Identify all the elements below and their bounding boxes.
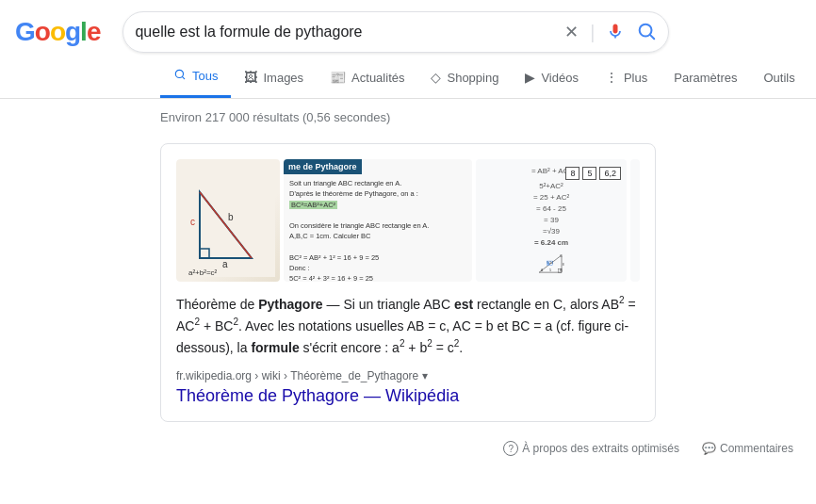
tab-actualites-label: Actualités [351, 71, 404, 85]
shopping-icon: ◇ [431, 70, 441, 85]
mic-icon[interactable] [606, 22, 625, 43]
about-extraits-text: À propos des extraits optimisés [522, 442, 679, 455]
eq-triangle-svg: 5 8 6,24 A B C 8 [514, 253, 589, 274]
separator: | [590, 22, 595, 43]
images-icon: 🖼 [244, 70, 257, 85]
tab-plus[interactable]: ⋮ Plus [592, 58, 661, 96]
snippet-image-4[interactable]: α cos α sin α 1 1 1 [630, 159, 640, 282]
comments-icon: 💬 [702, 442, 716, 455]
search-bar: ✕ | [122, 11, 669, 53]
logo-letter-g: G [15, 17, 35, 47]
logo-letter-g2: g [65, 17, 80, 47]
source-arrow[interactable]: ▾ [422, 369, 428, 382]
svg-text:a: a [222, 259, 228, 269]
eq6: =√39 [543, 227, 560, 236]
tab-actualites[interactable]: 📰 Actualités [317, 58, 417, 96]
snippet-text-1: Théorème de Pythagore — Si un triangle A… [176, 297, 636, 355]
comments-item[interactable]: 💬 Commentaires [702, 442, 793, 455]
results-count: Environ 217 000 résultats (0,56 secondes… [160, 110, 390, 124]
svg-text:C: C [560, 254, 563, 258]
trig-svg: α cos α sin α 1 1 1 [635, 164, 640, 277]
tab-parametres[interactable]: Paramètres [661, 59, 750, 96]
img2-header: me de Pythagore [284, 159, 362, 174]
eq4: = 64 - 25 [536, 204, 566, 213]
eq2: 5²+AC² [539, 182, 563, 190]
eq7: = 6.24 cm [534, 238, 568, 247]
tous-search-icon [173, 68, 187, 84]
logo-letter-l: l [80, 17, 87, 47]
triangle-svg: c b a a²+b²=c² [181, 164, 275, 277]
highlight-formula: BC²=AB²+AC² [289, 201, 337, 209]
featured-snippet-card: c b a a²+b²=c² me de Pythagore Soit un t… [160, 143, 656, 422]
tab-shopping-label: Shopping [447, 71, 498, 85]
svg-text:5: 5 [549, 268, 551, 272]
snippet-wikipedia-link[interactable]: Théorème de Pythagore — Wikipédia [176, 386, 459, 405]
logo-letter-o1: o [35, 17, 50, 47]
svg-text:c: c [190, 217, 195, 227]
comments-text: Commentaires [720, 442, 793, 455]
page-footer: ? À propos des extraits optimisés 💬 Comm… [0, 430, 816, 467]
snippet-text: Théorème de Pythagore — Si un triangle A… [176, 293, 640, 358]
svg-text:a²+b²=c²: a²+b²=c² [188, 268, 218, 277]
videos-icon: ▶ [525, 70, 535, 85]
svg-rect-22 [635, 164, 640, 277]
header: Google ✕ | [0, 0, 816, 53]
tab-videos-label: Vidéos [541, 71, 579, 85]
tab-tous[interactable]: Tous [160, 57, 231, 98]
snippet-image-3[interactable]: = AB² + AC² 5²+AC² = 25 + AC² = 64 - 25 … [476, 159, 627, 282]
svg-text:b: b [228, 212, 234, 222]
about-icon: ? [503, 441, 518, 456]
source-path: fr.wikipedia.org › wiki › Théorème_de_Py… [176, 369, 418, 382]
image-strip: c b a a²+b²=c² me de Pythagore Soit un t… [176, 159, 640, 282]
search-icon-btn[interactable] [636, 21, 657, 44]
box-6: 6,2 [599, 167, 621, 180]
tab-parametres-label: Paramètres [674, 71, 737, 85]
tab-shopping[interactable]: ◇ Shopping [417, 58, 512, 96]
svg-text:B: B [560, 268, 563, 272]
about-extraits-item[interactable]: ? À propos des extraits optimisés [503, 441, 679, 456]
tab-images[interactable]: 🖼 Images [231, 58, 317, 96]
plus-icon: ⋮ [605, 70, 618, 85]
nav-tabs: Tous 🖼 Images 📰 Actualités ◇ Shopping ▶ … [0, 57, 816, 99]
logo-letter-e: e [87, 17, 101, 47]
tab-outils[interactable]: Outils [750, 59, 808, 96]
snippet-image-1[interactable]: c b a a²+b²=c² [176, 159, 280, 282]
clear-icon[interactable]: ✕ [564, 22, 579, 42]
tab-plus-label: Plus [624, 71, 647, 85]
eq3: = 25 + AC² [533, 193, 569, 202]
svg-line-1 [651, 35, 655, 39]
snippet-image-2[interactable]: me de Pythagore Soit un triangle ABC rec… [284, 159, 472, 282]
logo-letter-o2: o [50, 17, 65, 47]
svg-text:8: 8 [563, 263, 564, 267]
tab-outils-label: Outils [763, 71, 794, 85]
actualites-icon: 📰 [330, 70, 346, 85]
svg-line-3 [182, 76, 184, 78]
google-logo: Google [15, 17, 100, 47]
tab-images-label: Images [263, 71, 303, 85]
search-bar-icons: ✕ | [564, 21, 657, 44]
search-input[interactable] [135, 24, 564, 41]
results-info: Environ 217 000 résultats (0,56 secondes… [0, 99, 816, 136]
img2-body: Soit un triangle ABC rectangle en A. D'a… [284, 174, 434, 282]
box-8: 8 [565, 167, 579, 180]
tab-tous-label: Tous [192, 69, 218, 83]
eq5: = 39 [544, 216, 559, 224]
eq-boxes: 8 5 6,2 [565, 167, 621, 180]
svg-text:8: 8 [547, 262, 549, 266]
tab-videos[interactable]: ▶ Vidéos [512, 58, 592, 96]
box-5: 5 [582, 167, 596, 180]
snippet-source: fr.wikipedia.org › wiki › Théorème_de_Py… [176, 369, 640, 382]
